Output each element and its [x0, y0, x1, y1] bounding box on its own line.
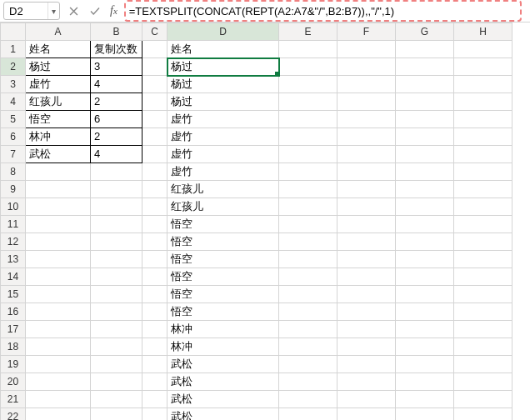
cell[interactable] [279, 286, 338, 303]
cell[interactable] [396, 286, 454, 303]
cell[interactable] [279, 181, 338, 198]
row-header-11[interactable]: 11 [1, 216, 26, 233]
cell[interactable]: 杨过 [26, 58, 91, 76]
cell[interactable] [454, 373, 512, 391]
cell[interactable] [396, 58, 454, 76]
cell[interactable] [454, 216, 512, 233]
row-header-14[interactable]: 14 [1, 268, 26, 286]
cell[interactable] [338, 58, 396, 76]
cell[interactable] [91, 198, 142, 216]
cell[interactable] [142, 233, 168, 251]
cell[interactable]: 虚竹 [168, 128, 279, 146]
cell[interactable] [26, 216, 91, 233]
cell[interactable] [142, 146, 168, 163]
cell[interactable] [91, 338, 142, 356]
cell[interactable] [26, 181, 91, 198]
cell[interactable] [279, 76, 338, 93]
cell[interactable] [454, 93, 512, 111]
cell[interactable]: 3 [91, 58, 142, 76]
cell[interactable] [142, 41, 168, 58]
cell[interactable] [142, 338, 168, 356]
cell[interactable] [338, 111, 396, 128]
name-box[interactable] [4, 2, 48, 19]
cell[interactable] [142, 93, 168, 111]
cell[interactable]: 2 [91, 128, 142, 146]
col-header-F[interactable]: F [338, 23, 396, 41]
cell[interactable] [26, 251, 91, 268]
cell[interactable] [91, 373, 142, 391]
cell[interactable] [279, 233, 338, 251]
cell[interactable] [396, 356, 454, 373]
cell[interactable] [142, 181, 168, 198]
cell[interactable]: 悟空 [168, 233, 279, 251]
cell[interactable] [91, 391, 142, 408]
row-header-9[interactable]: 9 [1, 181, 26, 198]
cell[interactable] [454, 76, 512, 93]
col-header-C[interactable]: C [142, 23, 168, 41]
cell[interactable] [279, 216, 338, 233]
chevron-down-icon[interactable]: ▾ [48, 2, 59, 19]
cell[interactable] [338, 76, 396, 93]
cell[interactable] [279, 128, 338, 146]
cell[interactable] [279, 391, 338, 408]
cell[interactable] [279, 163, 338, 181]
row-header-10[interactable]: 10 [1, 198, 26, 216]
cell[interactable] [142, 303, 168, 321]
cell[interactable] [279, 321, 338, 338]
cell[interactable] [142, 373, 168, 391]
row-header-5[interactable]: 5 [1, 111, 26, 128]
cell[interactable] [142, 408, 168, 421]
cell[interactable]: 红孩儿 [168, 181, 279, 198]
col-header-A[interactable]: A [26, 23, 91, 41]
col-header-H[interactable]: H [454, 23, 512, 41]
row-header-7[interactable]: 7 [1, 146, 26, 163]
cell[interactable] [396, 391, 454, 408]
cell[interactable] [396, 373, 454, 391]
col-header-D[interactable]: D [168, 23, 279, 41]
cell[interactable] [396, 251, 454, 268]
cell[interactable] [142, 268, 168, 286]
cell[interactable] [338, 373, 396, 391]
cell[interactable] [26, 268, 91, 286]
grid[interactable]: A B C D E F G H 1姓名复制次数姓名2杨过3杨过3虚竹4杨过4红孩… [0, 22, 512, 420]
cell[interactable]: 杨过 [168, 76, 279, 93]
row-header-21[interactable]: 21 [1, 391, 26, 408]
cell[interactable] [91, 321, 142, 338]
cell[interactable] [338, 268, 396, 286]
col-header-G[interactable]: G [396, 23, 454, 41]
cell[interactable] [396, 146, 454, 163]
cell[interactable] [142, 58, 168, 76]
row-header-18[interactable]: 18 [1, 338, 26, 356]
cell[interactable] [396, 181, 454, 198]
cell[interactable] [279, 303, 338, 321]
row-header-12[interactable]: 12 [1, 233, 26, 251]
cell[interactable]: 6 [91, 111, 142, 128]
worksheet[interactable]: A B C D E F G H 1姓名复制次数姓名2杨过3杨过3虚竹4杨过4红孩… [0, 22, 530, 420]
cell[interactable] [396, 76, 454, 93]
cell[interactable] [396, 268, 454, 286]
cell[interactable] [91, 408, 142, 421]
cell[interactable] [396, 303, 454, 321]
cell[interactable]: 虚竹 [168, 163, 279, 181]
cell[interactable] [338, 303, 396, 321]
cell[interactable] [454, 128, 512, 146]
name-box-wrap[interactable]: ▾ [3, 2, 60, 20]
cell[interactable]: 悟空 [168, 303, 279, 321]
cell[interactable] [279, 58, 338, 76]
cell[interactable] [26, 373, 91, 391]
cell[interactable] [142, 76, 168, 93]
cell[interactable]: 红孩儿 [168, 198, 279, 216]
cell[interactable] [26, 356, 91, 373]
cell[interactable] [338, 408, 396, 421]
cell[interactable]: 2 [91, 93, 142, 111]
cell[interactable] [91, 303, 142, 321]
cell[interactable] [454, 408, 512, 421]
cell[interactable] [338, 216, 396, 233]
cell[interactable] [279, 268, 338, 286]
cell[interactable] [338, 128, 396, 146]
cell[interactable] [26, 286, 91, 303]
cell[interactable]: 虚竹 [168, 146, 279, 163]
cell[interactable]: 4 [91, 146, 142, 163]
row-header-20[interactable]: 20 [1, 373, 26, 391]
cell[interactable]: 武松 [168, 356, 279, 373]
